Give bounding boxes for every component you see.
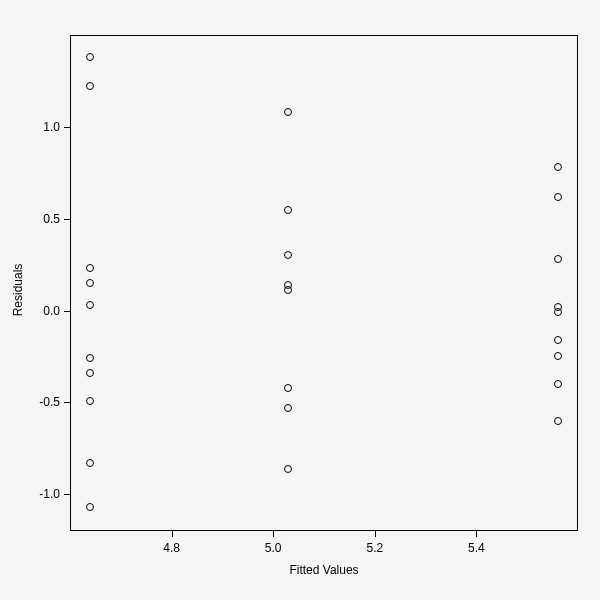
data-point [284, 206, 292, 214]
x-tick-label: 5.2 [355, 541, 395, 555]
x-tick-label: 5.0 [253, 541, 293, 555]
y-tick [64, 311, 70, 312]
data-point [554, 417, 562, 425]
x-tick [375, 531, 376, 537]
data-point [284, 465, 292, 473]
data-point [86, 503, 94, 511]
data-point [86, 264, 94, 272]
data-point [86, 354, 94, 362]
data-point [554, 308, 562, 316]
data-point [86, 279, 94, 287]
data-point [554, 193, 562, 201]
x-tick [273, 531, 274, 537]
data-point [86, 53, 94, 61]
y-axis-title: Residuals [11, 230, 25, 350]
x-tick [172, 531, 173, 537]
data-point [284, 286, 292, 294]
y-tick [64, 402, 70, 403]
data-point [284, 108, 292, 116]
x-tick-label: 5.4 [456, 541, 496, 555]
y-tick-label: -0.5 [30, 395, 60, 409]
data-point [554, 380, 562, 388]
data-point [554, 352, 562, 360]
x-tick [476, 531, 477, 537]
y-tick [64, 219, 70, 220]
x-tick-label: 4.8 [152, 541, 192, 555]
y-tick-label: 0.0 [30, 304, 60, 318]
data-point [554, 336, 562, 344]
y-tick-label: -1.0 [30, 487, 60, 501]
data-point [554, 255, 562, 263]
plot-area [70, 35, 578, 531]
data-point [86, 82, 94, 90]
data-point [554, 163, 562, 171]
y-tick [64, 494, 70, 495]
data-point [86, 397, 94, 405]
data-point [86, 459, 94, 467]
data-point [86, 301, 94, 309]
chart-container: Fitted Values Residuals 4.85.05.25.4-1.0… [0, 0, 600, 600]
y-tick [64, 127, 70, 128]
data-point [284, 384, 292, 392]
y-tick-label: 0.5 [30, 212, 60, 226]
data-point [284, 251, 292, 259]
data-point [86, 369, 94, 377]
y-tick-label: 1.0 [30, 120, 60, 134]
x-axis-title: Fitted Values [264, 563, 384, 577]
data-point [284, 404, 292, 412]
